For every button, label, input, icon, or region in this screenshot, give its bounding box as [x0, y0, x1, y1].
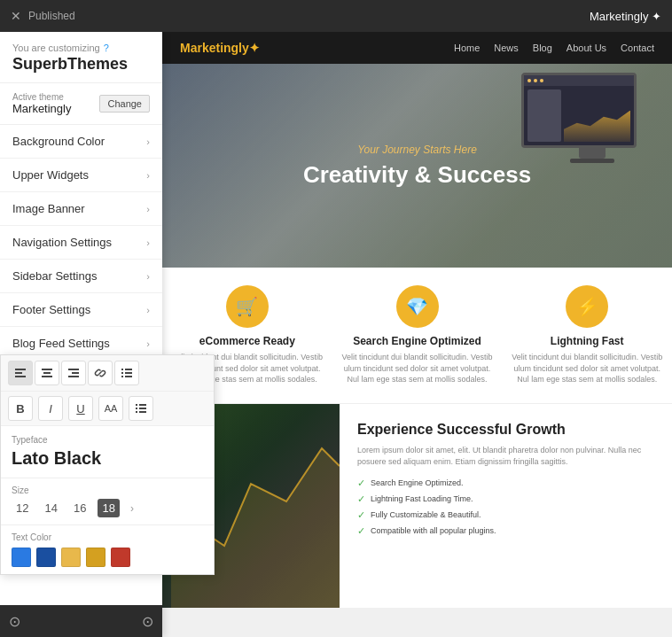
svg-rect-6	[68, 369, 79, 370]
hero-subtitle: Your Journey Starts Here	[357, 144, 477, 156]
color-swatch-gold[interactable]	[61, 548, 81, 567]
size-option-14[interactable]: 14	[40, 499, 61, 517]
size-option-16[interactable]: 16	[69, 499, 90, 517]
active-theme-row: Active theme Marketingly Change	[0, 83, 162, 125]
monitor-base	[570, 159, 614, 163]
active-theme-label: Active theme	[12, 92, 71, 102]
monitor-dot	[540, 79, 543, 82]
features-section: 🛒 eCommerce Ready Velit tincidunt dui bl…	[162, 268, 672, 404]
svg-rect-10	[125, 369, 132, 370]
align-right-icon	[67, 367, 80, 379]
color-swatch-red[interactable]	[111, 548, 130, 567]
text-editor-panel: B I U AA Typeface Lato Black Size 12 14 …	[0, 354, 215, 575]
svg-rect-3	[42, 369, 52, 370]
growth-text: Lorem ipsum dolor sit amet, elit. Ut bla…	[357, 445, 654, 469]
feature-title-seo: Search Engine Optimized	[341, 335, 494, 347]
size-section: Size 12 14 16 18 ›	[1, 478, 214, 525]
nav-link-home[interactable]: Home	[454, 43, 480, 53]
size-option-18[interactable]: 18	[98, 499, 119, 517]
underline-button[interactable]: U	[68, 396, 93, 421]
monitor-screen	[521, 73, 637, 148]
nav-link-contact[interactable]: Contact	[621, 43, 654, 53]
growth-list-item-1: ✓ Search Engine Optimized.	[357, 478, 654, 489]
align-left-button[interactable]	[8, 361, 33, 385]
size-option-12[interactable]: 12	[12, 499, 33, 517]
link-button[interactable]	[88, 361, 113, 385]
menu-item-background-color[interactable]: Background Color ›	[0, 125, 162, 159]
svg-rect-0	[15, 369, 26, 370]
size-options: 12 14 16 18 ›	[12, 499, 203, 517]
color-swatches	[12, 548, 203, 567]
font-size-button[interactable]: AA	[98, 396, 123, 421]
feature-title-ecommerce: eCommerce Ready	[171, 335, 324, 347]
info-icon[interactable]: ?	[104, 43, 109, 53]
chevron-right-icon: ›	[146, 237, 150, 248]
growth-section: Experience Successful Growth Lorem ipsum…	[162, 404, 672, 608]
list-style-button[interactable]	[129, 396, 153, 421]
menu-item-footer[interactable]: Footer Settings ›	[0, 293, 162, 327]
svg-rect-20	[139, 411, 146, 413]
bottom-left-icon[interactable]: ⊙	[9, 613, 20, 630]
align-right-button[interactable]	[61, 361, 86, 385]
active-theme-info: Active theme Marketingly	[12, 92, 71, 115]
svg-rect-4	[43, 372, 51, 374]
nav-link-news[interactable]: News	[494, 43, 519, 53]
brand-title: Marketingly ✦	[590, 10, 661, 23]
list-button[interactable]	[114, 361, 139, 385]
chevron-right-icon: ›	[146, 305, 150, 315]
monitor-stand	[579, 148, 606, 159]
color-swatch-dark-blue[interactable]	[36, 548, 56, 567]
color-swatch-amber[interactable]	[86, 548, 105, 567]
svg-rect-1	[15, 372, 22, 374]
color-swatch-blue[interactable]	[12, 548, 31, 567]
preview-brand: Marketingly✦	[180, 41, 260, 55]
growth-list-item-2: ✓ Lightning Fast Loading Time.	[357, 493, 654, 505]
svg-rect-12	[125, 372, 132, 374]
feature-title-fast: Lightning Fast	[511, 335, 663, 347]
monitor-sidebar	[527, 89, 561, 142]
feature-icon-seo: 💎	[396, 285, 439, 328]
list-icon	[121, 367, 133, 379]
menu-item-navigation[interactable]: Navigation Settings ›	[0, 226, 162, 260]
bold-button[interactable]: B	[8, 396, 33, 421]
published-status: Published	[28, 10, 75, 22]
link-icon	[94, 367, 106, 379]
bottom-right-icon[interactable]: ⊙	[142, 613, 153, 630]
list-style-icon	[135, 402, 147, 415]
customizer-header: You are customizing ? SuperbThemes	[0, 32, 162, 83]
svg-rect-9	[121, 369, 123, 370]
feature-fast: ⚡ Lightning Fast Velit tincidunt dui bla…	[502, 285, 672, 385]
menu-item-image-banner[interactable]: Image Banner ›	[0, 192, 162, 226]
menu-item-sidebar[interactable]: Sidebar Settings ›	[0, 260, 162, 293]
growth-list: ✓ Search Engine Optimized. ✓ Lightning F…	[357, 478, 654, 537]
size-nav-right[interactable]: ›	[130, 502, 134, 515]
chevron-right-icon: ›	[146, 338, 150, 349]
check-icon: ✓	[357, 509, 365, 521]
preview-nav-links: Home News Blog About Us Contact	[454, 43, 654, 53]
feature-icon-ecommerce: 🛒	[226, 285, 269, 328]
monitor-dot	[527, 79, 531, 82]
growth-list-item-3: ✓ Fully Customizable & Beautiful.	[357, 509, 654, 521]
change-theme-button[interactable]: Change	[99, 95, 150, 113]
svg-rect-17	[136, 408, 137, 409]
close-icon[interactable]: ✕	[11, 9, 21, 23]
svg-rect-5	[42, 376, 52, 377]
chevron-right-icon: ›	[146, 204, 150, 214]
monitor-dot	[534, 79, 537, 82]
svg-rect-15	[136, 404, 137, 406]
chevron-right-icon: ›	[146, 136, 150, 147]
preview-area: Marketingly✦ Home News Blog About Us Con…	[162, 32, 672, 637]
check-icon: ✓	[357, 478, 365, 489]
nav-link-about[interactable]: About Us	[567, 43, 606, 53]
italic-button[interactable]: I	[38, 396, 63, 421]
growth-title: Experience Successful Growth	[357, 422, 654, 438]
active-theme-name: Marketingly	[12, 102, 71, 115]
alignment-toolbar	[1, 355, 214, 392]
chevron-right-icon: ›	[146, 170, 150, 181]
growth-content: Experience Successful Growth Lorem ipsum…	[340, 404, 672, 608]
check-icon: ✓	[357, 493, 365, 505]
menu-item-upper-widgets[interactable]: Upper Widgets ›	[0, 159, 162, 192]
nav-link-blog[interactable]: Blog	[533, 43, 552, 53]
size-label: Size	[12, 486, 203, 495]
align-center-button[interactable]	[35, 361, 59, 385]
